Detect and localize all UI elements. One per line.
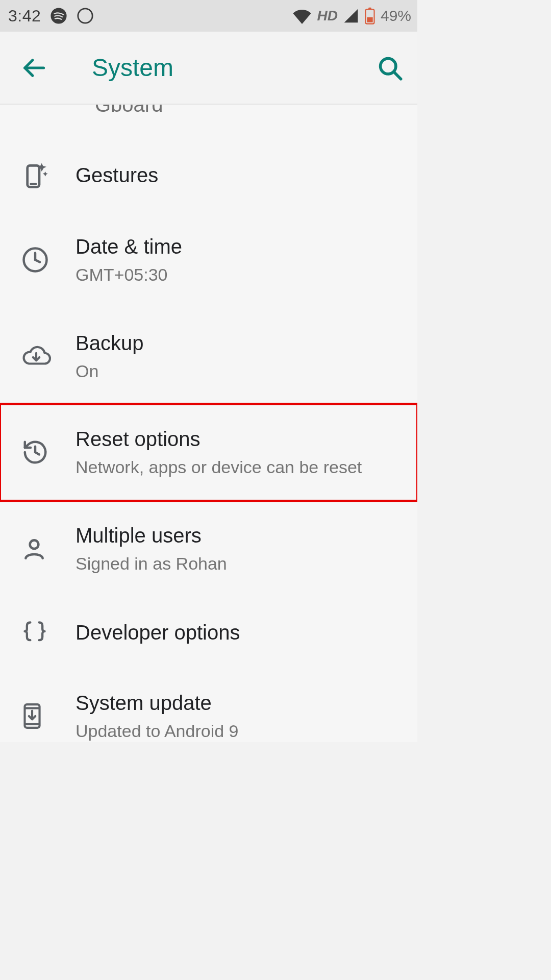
date-time-subtitle: GMT+05:30 [76, 264, 407, 286]
reset-options-subtitle: Network, apps or device can be reset [76, 456, 407, 478]
multiple-users-subtitle: Signed in as Rohan [76, 553, 407, 575]
page-title: System [92, 54, 173, 82]
battery-icon [364, 7, 375, 24]
circle-icon [77, 7, 94, 24]
svg-point-1 [78, 9, 92, 23]
settings-item-gestures[interactable]: Gestures [0, 138, 417, 212]
settings-item-developer-options[interactable]: Developer options [0, 597, 417, 668]
spotify-icon [50, 7, 67, 24]
backup-title: Backup [76, 331, 407, 355]
cutoff-previous-item: Gboard [95, 105, 163, 116]
backup-subtitle: On [76, 360, 407, 382]
signal-icon [343, 8, 359, 24]
reset-options-title: Reset options [76, 427, 407, 451]
cloud-download-icon [18, 345, 76, 368]
settings-item-backup[interactable]: Backup On [0, 308, 417, 405]
braces-icon [18, 619, 76, 646]
battery-percent: 49% [381, 7, 411, 24]
settings-item-system-update[interactable]: System update Updated to Android 9 [0, 668, 417, 742]
settings-item-date-time[interactable]: Date & time GMT+05:30 [0, 212, 417, 308]
status-time: 3:42 [8, 7, 41, 26]
restore-icon [18, 438, 76, 466]
gestures-icon [18, 161, 76, 189]
settings-list-container: Gboard Gestures Date & time [0, 105, 417, 742]
svg-rect-3 [368, 8, 371, 10]
back-button[interactable] [20, 55, 47, 81]
search-button[interactable] [377, 55, 403, 81]
status-right: HD 49% [292, 7, 412, 24]
settings-list[interactable]: Gestures Date & time GMT+05:30 [0, 105, 417, 742]
person-icon [18, 536, 76, 561]
date-time-title: Date & time [76, 234, 407, 259]
settings-item-multiple-users[interactable]: Multiple users Signed in as Rohan [0, 501, 417, 597]
system-update-title: System update [76, 691, 407, 715]
multiple-users-title: Multiple users [76, 523, 407, 548]
status-bar: 3:42 HD 49% [0, 0, 417, 32]
svg-rect-4 [367, 17, 372, 22]
wifi-icon [292, 8, 312, 24]
system-update-icon [18, 702, 76, 730]
app-bar: System [0, 32, 417, 105]
svg-line-7 [394, 71, 401, 79]
svg-point-12 [30, 540, 39, 549]
clock-icon [18, 246, 76, 274]
hd-indicator: HD [317, 8, 338, 24]
status-left: 3:42 [8, 7, 94, 26]
settings-item-reset-options[interactable]: Reset options Network, apps or device ca… [0, 404, 417, 501]
system-update-subtitle: Updated to Android 9 [76, 720, 407, 742]
developer-options-title: Developer options [76, 620, 407, 645]
gestures-title: Gestures [76, 163, 407, 187]
